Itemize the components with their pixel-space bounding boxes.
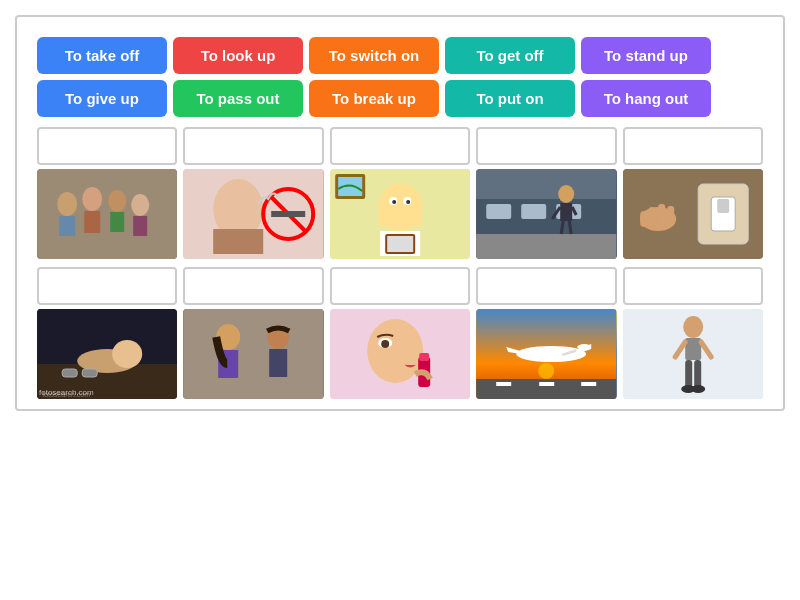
- drop-box-7[interactable]: [183, 267, 323, 305]
- svg-point-63: [381, 340, 389, 348]
- svg-point-75: [683, 316, 703, 338]
- svg-line-37: [561, 221, 563, 234]
- btn-look-up[interactable]: To look up: [173, 37, 303, 74]
- svg-rect-70: [581, 382, 596, 386]
- svg-rect-79: [685, 360, 692, 388]
- btn-hang-out[interactable]: To hang out: [581, 80, 711, 117]
- svg-rect-11: [214, 229, 264, 254]
- drop-box-6[interactable]: [37, 267, 177, 305]
- svg-rect-24: [387, 236, 413, 252]
- image-train-station: [476, 169, 616, 259]
- cell-row2-3: [330, 267, 470, 399]
- svg-rect-45: [658, 204, 665, 226]
- svg-point-73: [538, 363, 554, 379]
- svg-rect-59: [270, 349, 288, 377]
- btn-take-off[interactable]: To take off: [37, 37, 167, 74]
- svg-rect-46: [667, 206, 674, 226]
- image-passout: fotosearch.com fotosearch.com: [37, 309, 177, 399]
- btn-give-up[interactable]: To give up: [37, 80, 167, 117]
- svg-point-72: [577, 344, 591, 350]
- svg-rect-28: [476, 234, 616, 259]
- svg-rect-53: [82, 369, 97, 377]
- svg-point-33: [558, 185, 574, 203]
- cell-row1-1: [37, 127, 177, 259]
- svg-point-20: [406, 200, 410, 204]
- btn-get-off[interactable]: To get off: [445, 37, 575, 74]
- svg-rect-21: [378, 211, 422, 226]
- svg-rect-4: [84, 211, 100, 233]
- svg-rect-8: [133, 216, 147, 236]
- drop-box-10[interactable]: [623, 267, 763, 305]
- btn-stand-up[interactable]: To stand up: [581, 37, 711, 74]
- drop-box-5[interactable]: [623, 127, 763, 165]
- btn-switch-on[interactable]: To switch on: [309, 37, 439, 74]
- image-light-switch: [623, 169, 763, 259]
- btn-put-on[interactable]: To put on: [445, 80, 575, 117]
- drop-box-1[interactable]: [37, 127, 177, 165]
- cell-row1-5: [623, 127, 763, 259]
- svg-point-5: [108, 190, 126, 212]
- svg-rect-42: [717, 199, 729, 213]
- image-person-standing: [623, 309, 763, 399]
- drop-box-2[interactable]: [183, 127, 323, 165]
- main-container: To take off To look up To switch on To g…: [15, 15, 785, 411]
- drop-box-4[interactable]: [476, 127, 616, 165]
- cell-row2-2: [183, 267, 323, 399]
- drop-box-9[interactable]: [476, 267, 616, 305]
- cell-row1-4: [476, 127, 616, 259]
- svg-rect-65: [419, 353, 429, 361]
- svg-rect-44: [648, 207, 656, 227]
- image-puton-makeup: [330, 309, 470, 399]
- svg-point-19: [392, 200, 396, 204]
- svg-rect-69: [539, 382, 554, 386]
- svg-point-61: [367, 319, 423, 383]
- btn-pass-out[interactable]: To pass out: [173, 80, 303, 117]
- svg-rect-31: [521, 204, 546, 219]
- svg-point-1: [57, 192, 77, 216]
- svg-rect-6: [110, 212, 124, 232]
- svg-rect-80: [694, 360, 701, 388]
- svg-rect-30: [486, 204, 511, 219]
- row2-grid: fotosearch.com fotosearch.com: [37, 267, 763, 399]
- svg-rect-0: [37, 169, 177, 259]
- svg-point-7: [131, 194, 149, 216]
- image-homer: [330, 169, 470, 259]
- image-credit: fotosearch.com: [39, 388, 94, 397]
- row1-grid: [37, 127, 763, 259]
- btn-break-up[interactable]: To break up: [309, 80, 439, 117]
- svg-rect-14: [272, 211, 306, 217]
- cell-row1-3: [330, 127, 470, 259]
- image-hangout: [37, 169, 177, 259]
- svg-point-82: [691, 385, 705, 393]
- svg-rect-2: [59, 216, 75, 236]
- svg-rect-68: [496, 382, 511, 386]
- drop-box-3[interactable]: [330, 127, 470, 165]
- svg-rect-47: [640, 211, 648, 227]
- svg-line-38: [569, 221, 571, 234]
- svg-rect-34: [560, 203, 572, 221]
- svg-rect-55: [184, 309, 324, 399]
- svg-point-51: [112, 340, 142, 368]
- image-airplane-takeoff: [476, 309, 616, 399]
- cell-row2-4: [476, 267, 616, 399]
- svg-rect-52: [62, 369, 77, 377]
- cell-row2-5: [623, 267, 763, 399]
- cell-row2-1: fotosearch.com fotosearch.com: [37, 267, 177, 399]
- image-nosmoking: [183, 169, 323, 259]
- image-breakup: [183, 309, 323, 399]
- drop-box-8[interactable]: [330, 267, 470, 305]
- phrase-buttons-area: To take off To look up To switch on To g…: [37, 37, 763, 117]
- svg-point-3: [82, 187, 102, 211]
- cell-row1-2: [183, 127, 323, 259]
